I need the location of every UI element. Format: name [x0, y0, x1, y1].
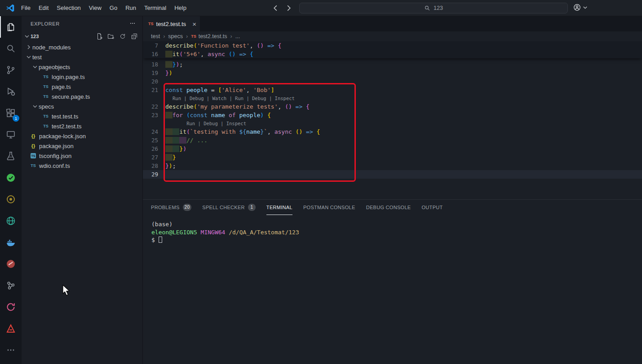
panel-tab-problems[interactable]: PROBLEMS20	[151, 200, 191, 215]
terminal[interactable]: (base)eleon@LEGION5 MINGW64 /d/QA_A/Test…	[143, 215, 642, 244]
more-activity-icon[interactable]	[0, 339, 22, 361]
tree-item-wdio-conf-ts[interactable]: TSwdio.conf.ts	[22, 161, 142, 171]
code-line-18[interactable]: 18 });	[143, 60, 642, 69]
command-center-search[interactable]: 123	[299, 3, 568, 13]
tree-item-test2-test-ts[interactable]: TStest2.test.ts	[22, 121, 142, 131]
menu-file[interactable]: File	[17, 3, 35, 13]
new-file-icon[interactable]	[96, 33, 103, 40]
tree-item-test[interactable]: test	[22, 52, 142, 62]
title-bar: FileEditSelectionViewGoRunTerminalHelp 1…	[0, 0, 642, 16]
run-and-debug-icon[interactable]	[0, 81, 22, 102]
breadcrumb-specs[interactable]: specs	[168, 33, 183, 39]
chevron-down-icon[interactable]	[581, 4, 589, 13]
extension-olive-dot-icon[interactable]	[0, 189, 22, 210]
codelens-debug[interactable]: Debug	[252, 96, 266, 101]
panel-tab-spell-checker[interactable]: SPELL CHECKER1	[202, 200, 256, 215]
remote-explorer-icon[interactable]	[0, 124, 22, 145]
explorer-sidebar: EXPLORER 123 node_modulestestpageobjects…	[22, 16, 143, 364]
source-control-icon[interactable]	[0, 59, 22, 81]
extension-molecule-icon[interactable]	[0, 275, 22, 296]
tree-item-login-page-ts[interactable]: TSlogin.page.ts	[22, 72, 142, 82]
panel-tab-label: OUTPUT	[422, 205, 443, 210]
browser-globe-icon[interactable]	[0, 210, 22, 232]
code-line-19[interactable]: 19})	[143, 69, 642, 77]
panel-tab-badge: 20	[183, 204, 192, 211]
code-line-16[interactable]: 16 it('5+6', async () => {	[143, 50, 642, 58]
tab-test2-test-ts[interactable]: TS test2.test.ts ×	[143, 16, 200, 31]
tsconfig-file-icon: TS	[31, 153, 36, 158]
tree-item-secure-page-ts[interactable]: TSsecure.page.ts	[22, 92, 142, 101]
refresh-explorer-icon[interactable]	[119, 33, 126, 40]
panel-tab-output[interactable]: OUTPUT	[422, 200, 443, 215]
ts-file-icon: TS	[30, 163, 37, 168]
code-line-23[interactable]: 23 for (const name of people) {	[143, 111, 642, 119]
panel-tab-postman-console[interactable]: POSTMAN CONSOLE	[303, 200, 355, 215]
breadcrumb-test2-test-ts[interactable]: TStest2.test.ts	[191, 33, 227, 39]
menu-help[interactable]: Help	[170, 3, 190, 13]
codelens-row: Run | Debug | Inspect	[143, 119, 642, 127]
codelens-run[interactable]: Run	[235, 96, 244, 101]
menu-view[interactable]: View	[85, 3, 106, 13]
tree-item-label: package.json	[39, 143, 74, 149]
nav-back-icon[interactable]	[271, 4, 279, 13]
collapse-folders-icon[interactable]	[131, 33, 138, 40]
tab-close-icon[interactable]: ×	[192, 21, 196, 27]
code-line-21[interactable]: 21const people = ['Alice', 'Bob']	[143, 86, 642, 94]
test-results-check-icon[interactable]	[0, 167, 22, 189]
code-line-26[interactable]: 26 })	[143, 145, 642, 153]
menu-go[interactable]: Go	[106, 3, 121, 13]
account-icon[interactable]	[573, 4, 581, 13]
code-editor[interactable]: 7describe('Function test', () => {16 it(…	[143, 41, 642, 199]
line-number: 21	[143, 86, 165, 94]
codelens-debug[interactable]: Debug	[204, 121, 218, 126]
explorer-icon[interactable]	[0, 16, 22, 38]
menu-selection[interactable]: Selection	[53, 3, 84, 13]
code-line-24[interactable]: 24 it(`testing with ${name}`, async () =…	[143, 127, 642, 136]
tree-item-pageobjects[interactable]: pageobjects	[22, 62, 142, 72]
code-line-20[interactable]: 20	[143, 77, 642, 86]
code-line-27[interactable]: 27 }	[143, 153, 642, 162]
codelens-watch[interactable]: Watch	[213, 96, 227, 101]
new-folder-icon[interactable]	[107, 33, 115, 40]
codelens-inspect[interactable]: Inspect	[226, 121, 246, 126]
chevron-down-icon	[31, 103, 39, 110]
tree-item-package-json[interactable]: {}package.json	[22, 141, 142, 151]
codelens-debug[interactable]: Debug	[190, 96, 204, 101]
line-number: 19	[143, 69, 165, 77]
codelens-run[interactable]: Run	[186, 121, 195, 126]
nav-forward-icon[interactable]	[285, 4, 293, 13]
breadcrumb-test[interactable]: test	[151, 33, 160, 39]
code-line-29[interactable]: 29	[143, 170, 642, 179]
tree-item-test-test-ts[interactable]: TStest.test.ts	[22, 111, 142, 121]
codelens-inspect[interactable]: Inspect	[275, 96, 295, 101]
vscode-logo-icon	[5, 3, 15, 13]
breadcrumb-label: test2.test.ts	[199, 33, 227, 39]
extension-red-circle-icon[interactable]	[0, 253, 22, 275]
tree-item-package-lock-json[interactable]: {}package-lock.json	[22, 131, 142, 141]
line-number: 24	[143, 127, 165, 136]
testomat-a-icon[interactable]	[0, 318, 22, 339]
docker-icon[interactable]	[0, 232, 22, 253]
menu-terminal[interactable]: Terminal	[140, 3, 170, 13]
codelens-row: Run | Debug | Watch | Run | Debug | Insp…	[143, 94, 642, 102]
tree-item-specs[interactable]: specs	[22, 101, 142, 111]
tree-item-node-modules[interactable]: node_modules	[22, 42, 142, 52]
code-line-25[interactable]: 25 // ...	[143, 136, 642, 145]
testing-flask-icon[interactable]	[0, 145, 22, 167]
code-line-7[interactable]: 7describe('Function test', () => {	[143, 41, 642, 50]
menu-run[interactable]: Run	[121, 3, 140, 13]
panel-tab-debug-console[interactable]: DEBUG CONSOLE	[366, 200, 411, 215]
breadcrumb-[interactable]: ...	[235, 33, 240, 39]
menu-edit[interactable]: Edit	[35, 3, 53, 13]
code-line-22[interactable]: 22describe('my parameterize tests', () =…	[143, 102, 642, 111]
extensions-icon[interactable]: 1	[0, 102, 22, 124]
explorer-more-actions-icon[interactable]	[129, 20, 136, 28]
code-line-28[interactable]: 28});	[143, 162, 642, 170]
tree-item-tsconfig-json[interactable]: TStsconfig.json	[22, 151, 142, 161]
extension-pink-refresh-icon[interactable]	[0, 296, 22, 318]
explorer-root-section[interactable]: 123	[22, 31, 142, 41]
panel-tab-terminal[interactable]: TERMINAL	[266, 200, 292, 215]
tree-item-page-ts[interactable]: TSpage.ts	[22, 82, 142, 92]
codelens-run[interactable]: Run	[173, 96, 181, 101]
search-icon[interactable]	[0, 38, 22, 59]
